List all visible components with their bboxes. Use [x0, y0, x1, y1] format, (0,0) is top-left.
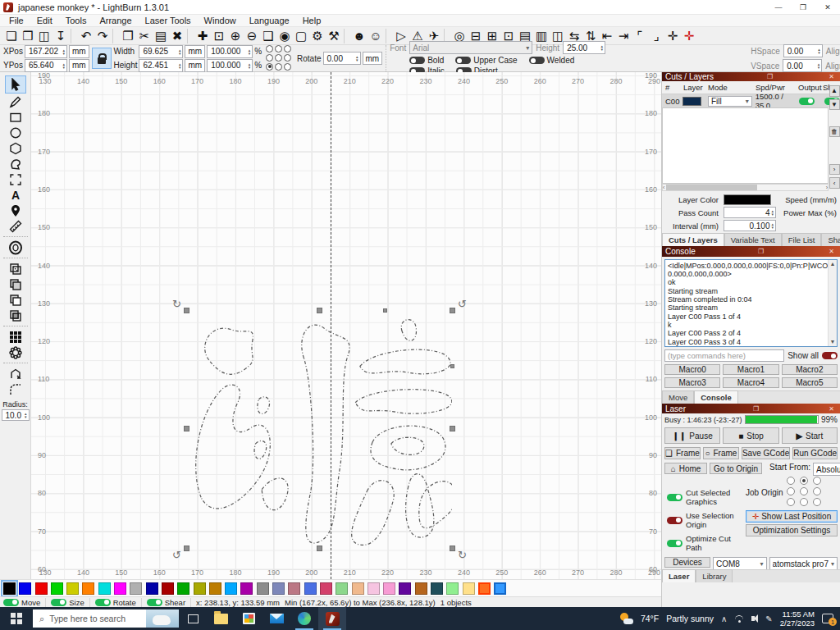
open-file-icon[interactable]: ❒	[20, 28, 36, 44]
offset-shapes-tool[interactable]	[5, 240, 26, 255]
radius-corners-tool[interactable]	[5, 381, 26, 397]
edit-nodes-tool[interactable]	[5, 156, 26, 171]
pan-icon[interactable]: ✚	[194, 28, 211, 44]
rectangle-tool[interactable]	[5, 109, 26, 125]
measure-tool[interactable]	[5, 218, 26, 234]
circular-array-tool[interactable]	[5, 345, 26, 360]
boolean-union-tool[interactable]	[5, 276, 26, 292]
anchor-bottom-left[interactable]	[266, 63, 273, 71]
copy-icon[interactable]: ❐	[120, 28, 136, 44]
uppercase-toggle-switch[interactable]	[455, 57, 471, 64]
start-button[interactable]	[0, 607, 33, 630]
search-daily-image[interactable]	[146, 609, 179, 628]
resize-handle-ne[interactable]	[450, 308, 455, 313]
radius-input[interactable]: 10.0▴▾	[2, 409, 30, 421]
palette-swatch[interactable]	[98, 582, 111, 595]
font-height-input[interactable]: 25.00▴▾	[563, 41, 605, 54]
macro-button[interactable]: Macro0	[664, 364, 720, 375]
vspace-input[interactable]: 0.00▴▾	[783, 59, 822, 72]
panel-tab[interactable]: File List	[782, 233, 822, 246]
layer-list-hscrollbar[interactable]: ‹›	[662, 184, 829, 191]
palette-swatch[interactable]	[177, 582, 189, 595]
new-file-icon[interactable]: ❏	[3, 28, 20, 44]
boolean-intersect-tool[interactable]	[5, 308, 26, 323]
palette-swatch[interactable]	[51, 582, 63, 595]
panel-tab[interactable]: Library	[696, 569, 733, 582]
panel-tab[interactable]: Shape Properties	[821, 233, 840, 246]
polygon-tool[interactable]	[5, 140, 26, 156]
separator[interactable]	[71, 29, 76, 43]
notification-icon[interactable]: 1	[822, 614, 833, 623]
palette-swatch[interactable]	[209, 582, 221, 595]
layer-output-toggle[interactable]	[799, 98, 815, 105]
palette-swatch[interactable]	[478, 582, 491, 595]
lock-aspect-button[interactable]	[92, 48, 112, 69]
show-last-position-button[interactable]: ✛Show Last Position	[746, 510, 838, 523]
maximize-button[interactable]: ❐	[791, 0, 815, 14]
palette-swatch[interactable]	[446, 582, 459, 595]
palette-swatch[interactable]	[336, 582, 348, 595]
weather-text[interactable]: Partly sunny	[666, 614, 714, 623]
import-icon[interactable]: ↧	[52, 28, 69, 44]
edit-text-frame-tool[interactable]	[5, 171, 26, 187]
show-all-toggle[interactable]	[822, 352, 838, 359]
panel-tab[interactable]: Console	[694, 390, 737, 404]
lightburn-taskbar-button[interactable]	[318, 607, 346, 630]
float-panel-icon[interactable]: ❐	[765, 73, 775, 80]
select-tool[interactable]	[5, 75, 26, 94]
undo-icon[interactable]: ↶	[78, 28, 94, 44]
panel-tab[interactable]: Laser	[662, 569, 696, 582]
resize-handle-s[interactable]	[317, 546, 322, 551]
stop-button[interactable]: ■Stop	[723, 427, 778, 443]
pass-count-input[interactable]: 4▴▾	[724, 207, 776, 218]
layer-color-value[interactable]	[724, 194, 771, 205]
workspace-canvas[interactable]: 1301401501601701801902002102202302402502…	[31, 72, 661, 579]
rotate-input[interactable]: 0.00▴▾	[323, 52, 361, 65]
macro-button[interactable]: Macro4	[723, 377, 778, 388]
resize-handle-e[interactable]	[450, 426, 455, 431]
palette-swatch[interactable]	[272, 582, 285, 595]
rotate-handle-sw-icon[interactable]: ↺	[172, 549, 181, 561]
palette-swatch[interactable]	[82, 582, 94, 595]
palette-swatch[interactable]	[225, 582, 237, 595]
macro-button[interactable]: Macro3	[664, 377, 720, 388]
width-percent-input[interactable]: 100.000▴▾	[207, 45, 253, 58]
macro-button[interactable]: Macro1	[723, 364, 778, 375]
microsoft-store-button[interactable]	[235, 607, 262, 630]
layer-down-button[interactable]: ▼	[829, 99, 840, 111]
palette-swatch[interactable]	[146, 582, 158, 595]
menu-item[interactable]: Window	[199, 16, 242, 25]
palette-swatch[interactable]	[494, 582, 506, 595]
pen-icon[interactable]: ✎	[765, 614, 772, 623]
close-panel-icon[interactable]: ✕	[826, 73, 837, 80]
paste-icon[interactable]: ▤	[153, 28, 169, 44]
panel-tab[interactable]: Cuts / Layers	[662, 233, 724, 246]
use-selection-origin-switch[interactable]	[667, 517, 682, 524]
welded-toggle-switch[interactable]	[529, 57, 545, 64]
layer-mode-select[interactable]: Fill▾	[708, 96, 752, 107]
skew-handle-right[interactable]	[450, 364, 454, 368]
console-output[interactable]: <Idle|MPos:0.000,0.000,0.000|FS:0,0|Pn:P…	[664, 259, 838, 347]
layer-color-swatch[interactable]	[682, 97, 701, 106]
rotate-handle-ne-icon[interactable]: ↺	[458, 298, 467, 310]
console-scrollbar[interactable]: ▲▼	[828, 260, 837, 346]
palette-swatch[interactable]	[35, 582, 48, 595]
resize-handle-sw[interactable]	[184, 546, 189, 551]
weld-shapes-tool[interactable]	[5, 261, 26, 276]
settings-gear-icon[interactable]: ⚙	[309, 28, 326, 44]
wifi-icon[interactable]	[734, 614, 744, 623]
palette-swatch[interactable]	[162, 582, 174, 595]
palette-swatch[interactable]	[463, 582, 475, 595]
palette-swatch[interactable]	[114, 582, 126, 595]
port-select[interactable]: COM8▾	[713, 557, 767, 570]
use-selection-origin-toggle[interactable]: Use Selection Origin	[664, 509, 746, 531]
palette-swatch[interactable]	[257, 582, 269, 595]
preview-icon[interactable]: ▢	[293, 28, 309, 44]
palette-swatch[interactable]	[320, 582, 332, 595]
panel-tab[interactable]: Move	[662, 390, 694, 404]
ellipse-tool[interactable]	[5, 125, 26, 140]
palette-swatch[interactable]	[383, 582, 395, 595]
zoom-out-icon[interactable]: ⊖	[244, 28, 260, 44]
status-toggle[interactable]: Shear	[147, 598, 191, 607]
speaker-icon[interactable]	[751, 616, 755, 621]
